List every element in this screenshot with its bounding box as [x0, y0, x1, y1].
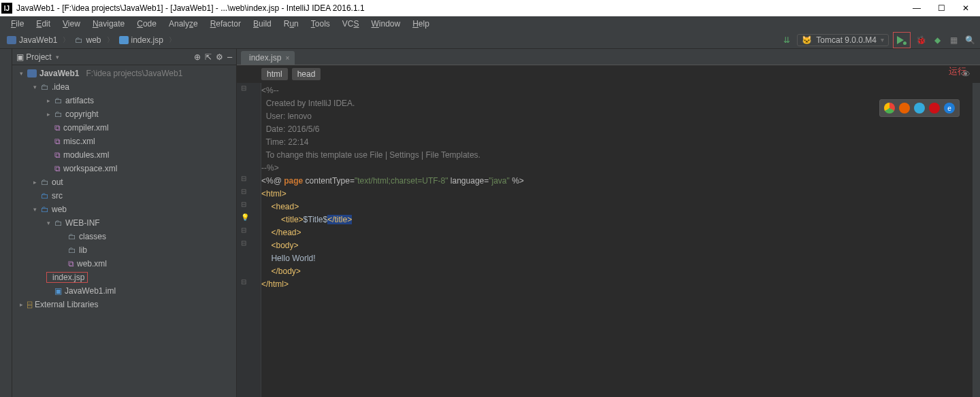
folder-icon: 🗀	[54, 109, 63, 119]
folder-icon: 🗀	[54, 218, 63, 228]
tree-misc[interactable]: misc.xml	[63, 137, 95, 146]
search-everywhere-button[interactable]: 🔍	[964, 34, 976, 46]
close-button[interactable]: ✕	[960, 2, 972, 14]
close-tab-icon[interactable]: ×	[285, 54, 289, 62]
run-button-highlight	[893, 32, 911, 48]
tree-lib[interactable]: lib	[79, 245, 87, 255]
project-view-mode[interactable]: ▣ Project	[16, 52, 52, 62]
tree-idea[interactable]: .idea	[52, 82, 69, 92]
module-icon	[7, 36, 16, 44]
xml-file-icon: ⧉	[54, 164, 61, 173]
menu-build[interactable]: Build	[248, 18, 277, 30]
dot-icon	[903, 41, 906, 45]
xml-file-icon: ⧉	[68, 259, 74, 269]
window-titlebar: IJ JavaWeb1 - [F:\idea projects\JavaWeb1…	[0, 0, 980, 16]
gear-icon[interactable]: ⚙	[216, 52, 223, 62]
inspection-eye-icon[interactable]: 👁	[961, 68, 970, 81]
hide-button[interactable]: ⎼	[227, 52, 232, 62]
lightbulb-icon[interactable]: 💡	[241, 213, 249, 221]
tree-webinf[interactable]: WEB-INF	[65, 218, 100, 228]
tomcat-icon: 🐱	[802, 35, 812, 45]
window-title: JavaWeb1 - [F:\idea projects\JavaWeb1] -…	[16, 3, 911, 13]
run-config-label: Tomcat 9.0.0.M4	[816, 35, 877, 45]
menu-vcs[interactable]: VCS	[337, 18, 365, 30]
debug-button[interactable]: 🐞	[915, 34, 927, 46]
folder-icon: 🗀	[41, 177, 49, 187]
editor-breadcrumbs: html head	[237, 65, 980, 83]
menu-edit[interactable]: Edit	[31, 18, 56, 30]
maximize-button[interactable]: ☐	[935, 2, 947, 14]
tree-artifacts[interactable]: artifacts	[65, 96, 94, 105]
tree-out[interactable]: out	[52, 177, 63, 187]
chevron-right-icon: 〉	[169, 35, 176, 45]
fold-icon[interactable]: ⊟	[241, 188, 246, 195]
iml-file-icon: ▣	[54, 286, 62, 296]
fold-icon[interactable]: ⊟	[241, 278, 246, 286]
editor-right-scrollbar[interactable]	[972, 83, 980, 397]
firefox-icon[interactable]	[899, 103, 910, 114]
folder-icon: 🗀	[68, 245, 76, 255]
coverage-button[interactable]: ◆	[931, 34, 943, 46]
menu-tools[interactable]: Tools	[306, 18, 336, 30]
tree-web[interactable]: web	[52, 205, 67, 214]
locate-file-icon[interactable]: ⊕	[194, 52, 201, 62]
tree-classes[interactable]: classes	[79, 232, 106, 241]
menu-help[interactable]: Help	[407, 18, 435, 30]
xml-file-icon: ⧉	[54, 123, 61, 133]
menu-file[interactable]: File	[5, 18, 29, 30]
menu-refactor[interactable]: Refactor	[205, 18, 246, 30]
tree-webxml[interactable]: web.xml	[77, 259, 107, 269]
xml-file-icon: ⧉	[54, 150, 61, 160]
code-editor[interactable]: <%-- Created by IntelliJ IDEA. User: len…	[261, 83, 972, 397]
fold-icon[interactable]: ⊟	[241, 226, 246, 234]
tree-extlib[interactable]: External Libraries	[35, 300, 98, 309]
chevron-down-icon[interactable]: ▾	[56, 54, 59, 61]
menu-window[interactable]: Window	[365, 18, 406, 30]
tree-src[interactable]: src	[52, 191, 63, 201]
collapse-all-icon[interactable]: ⇱	[205, 52, 212, 62]
project-pane-header: ▣ Project ▾ ⊕ ⇱ ⚙ ⎼	[12, 49, 236, 65]
menu-analyze[interactable]: Analyze	[163, 18, 203, 30]
project-tree[interactable]: ▾JavaWeb1F:\idea projects\JavaWeb1 ▾🗀.id…	[12, 65, 236, 397]
tree-root-label[interactable]: JavaWeb1	[39, 69, 79, 78]
breadcrumb-head[interactable]: head	[292, 68, 321, 80]
tab-index-jsp[interactable]: index.jsp ×	[241, 51, 295, 65]
breadcrumb-folder-label: web	[86, 35, 101, 45]
fold-icon[interactable]: ⊟	[241, 175, 246, 182]
breadcrumb-project[interactable]: JavaWeb1	[4, 34, 60, 46]
tree-workspace[interactable]: workspace.xml	[63, 164, 117, 173]
menu-navigate[interactable]: Navigate	[87, 18, 130, 30]
breadcrumb-html[interactable]: html	[261, 68, 288, 80]
fold-icon[interactable]: ⊟	[241, 201, 246, 208]
jsp-file-icon	[119, 36, 129, 44]
safari-icon[interactable]	[914, 103, 925, 114]
tab-label: index.jsp	[249, 53, 281, 63]
menu-run[interactable]: Run	[278, 18, 304, 30]
ie-icon[interactable]: e	[944, 103, 955, 114]
module-icon	[27, 69, 37, 77]
open-in-browser-toolbar: e	[879, 99, 960, 117]
tree-modules[interactable]: modules.xml	[63, 150, 109, 160]
update-project-icon[interactable]: ⇊	[781, 34, 793, 46]
left-tool-gutter[interactable]	[0, 49, 12, 397]
tree-indexjsp-highlight: index.jsp	[46, 272, 88, 283]
run-button[interactable]	[896, 34, 908, 46]
breadcrumb-folder[interactable]: 🗀web	[72, 34, 103, 46]
fold-icon[interactable]: ⊟	[241, 239, 246, 247]
editor-gutter[interactable]: ⊟ ⊟ ⊟ ⊟ 💡 ⊟ ⊟ ⊟	[237, 83, 261, 397]
tree-compiler[interactable]: compiler.xml	[63, 123, 109, 133]
project-structure-button[interactable]: ▦	[947, 34, 960, 46]
minimize-button[interactable]: —	[911, 2, 923, 14]
fold-icon[interactable]: ⊟	[241, 84, 246, 92]
opera-icon[interactable]	[929, 103, 940, 114]
tree-indexjsp[interactable]: index.jsp	[52, 273, 84, 282]
run-config-selector[interactable]: 🐱Tomcat 9.0.0.M4▾	[797, 34, 889, 46]
menu-view[interactable]: View	[57, 18, 86, 30]
folder-icon: 🗀	[41, 82, 49, 92]
menu-code[interactable]: Code	[131, 18, 162, 30]
tree-iml[interactable]: JavaWeb1.iml	[65, 286, 116, 296]
chrome-icon[interactable]	[884, 103, 895, 114]
breadcrumb-file[interactable]: index.jsp	[116, 34, 166, 46]
tree-copyright[interactable]: copyright	[65, 109, 99, 119]
tree-root-path: F:\idea projects\JavaWeb1	[86, 69, 182, 78]
